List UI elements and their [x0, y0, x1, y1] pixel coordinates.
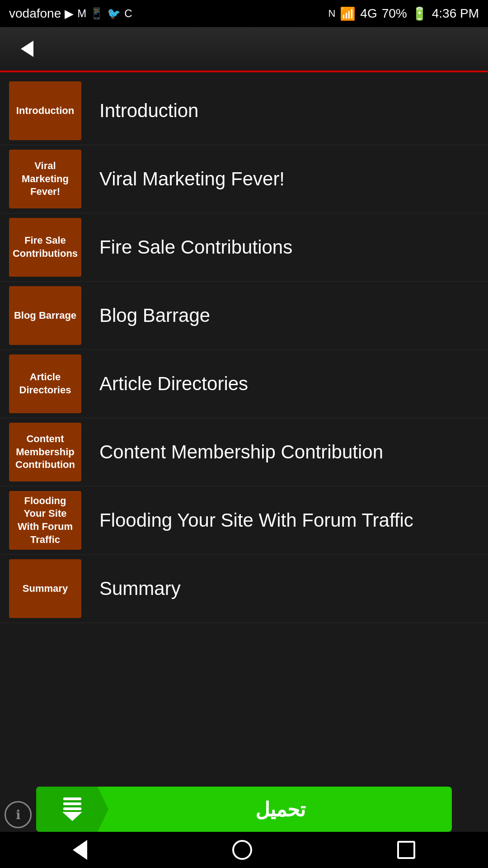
download-lines [63, 797, 81, 810]
c-icon: C [124, 7, 132, 20]
download-text: تحميل [108, 798, 452, 821]
list-item-blog-barrage[interactable]: Blog BarrageBlog Barrage [0, 282, 488, 350]
nav-home-icon [232, 840, 252, 860]
top-nav [0, 27, 488, 72]
status-bar: vodafone ▶ M 📱 🐦 C N 📶 4G 70% 🔋 4:36 PM [0, 0, 488, 27]
list-item-flooding-your-site[interactable]: Flooding Your Site With Forum TrafficFlo… [0, 486, 488, 555]
nav-back-icon [73, 840, 87, 860]
nav-recent-button[interactable] [397, 841, 415, 859]
battery-percentage: 70% [382, 6, 407, 21]
nav-back-button[interactable] [73, 840, 87, 860]
item-title-introduction: Introduction [99, 100, 198, 122]
gmail-icon: M [77, 7, 86, 20]
item-title-flooding-your-site: Flooding Your Site With Forum Traffic [99, 509, 413, 531]
download-line-3 [63, 807, 81, 810]
battery-icon: 🔋 [412, 6, 427, 21]
thumbnail-viral-marketing-fever: Viral Marketing Fever! [9, 150, 81, 208]
item-title-viral-marketing-fever: Viral Marketing Fever! [99, 168, 285, 190]
bottom-nav [0, 832, 488, 868]
download-icon-section [36, 787, 108, 832]
list-item-fire-sale-contributions[interactable]: Fire Sale ContributionsFire Sale Contrib… [0, 213, 488, 282]
list-item-viral-marketing-fever[interactable]: Viral Marketing Fever!Viral Marketing Fe… [0, 145, 488, 213]
download-banner[interactable]: تحميل [36, 787, 452, 832]
download-chevron-icon [62, 812, 82, 821]
thumbnail-content-membership-contribution: Content Membership Contribution [9, 423, 81, 481]
back-button[interactable] [14, 35, 41, 62]
list-container: IntroductionIntroductionViral Marketing … [0, 72, 488, 627]
twitter-icon: 🐦 [107, 7, 121, 20]
item-title-blog-barrage: Blog Barrage [99, 305, 210, 326]
youtube-icon: ▶ [65, 7, 74, 21]
list-item-summary[interactable]: SummarySummary [0, 555, 488, 623]
thumbnail-article-directories: Article Directories [9, 354, 81, 413]
thumbnail-fire-sale-contributions: Fire Sale Contributions [9, 218, 81, 277]
item-title-article-directories: Article Directories [99, 373, 248, 395]
thumbnail-summary: Summary [9, 559, 81, 618]
list-item-introduction[interactable]: IntroductionIntroduction [0, 77, 488, 145]
nfc-icon: N [328, 8, 335, 19]
list-item-content-membership-contribution[interactable]: Content Membership ContributionContent M… [0, 418, 488, 486]
nav-home-button[interactable] [232, 840, 252, 860]
item-title-summary: Summary [99, 578, 181, 599]
item-title-content-membership-contribution: Content Membership Contribution [99, 441, 383, 463]
info-icon[interactable]: ℹ [5, 801, 32, 828]
status-right: N 📶 4G 70% 🔋 4:36 PM [328, 6, 479, 21]
download-arrow-icon [62, 797, 82, 821]
status-left: vodafone ▶ M 📱 🐦 C [9, 6, 132, 21]
thumbnail-flooding-your-site: Flooding Your Site With Forum Traffic [9, 491, 81, 550]
nav-recent-icon [397, 841, 415, 859]
whatsapp-icon: 📱 [90, 7, 103, 20]
carrier-name: vodafone [9, 6, 61, 21]
list-item-article-directories[interactable]: Article DirectoriesArticle Directories [0, 350, 488, 418]
back-arrow-icon [21, 41, 33, 57]
download-line-1 [63, 797, 81, 800]
clock: 4:36 PM [432, 6, 479, 21]
item-title-fire-sale-contributions: Fire Sale Contributions [99, 236, 292, 258]
thumbnail-blog-barrage: Blog Barrage [9, 286, 81, 345]
thumbnail-introduction: Introduction [9, 81, 81, 140]
download-line-2 [63, 802, 81, 805]
wifi-icon: 📶 [340, 6, 356, 21]
signal-icon: 4G [360, 6, 377, 21]
